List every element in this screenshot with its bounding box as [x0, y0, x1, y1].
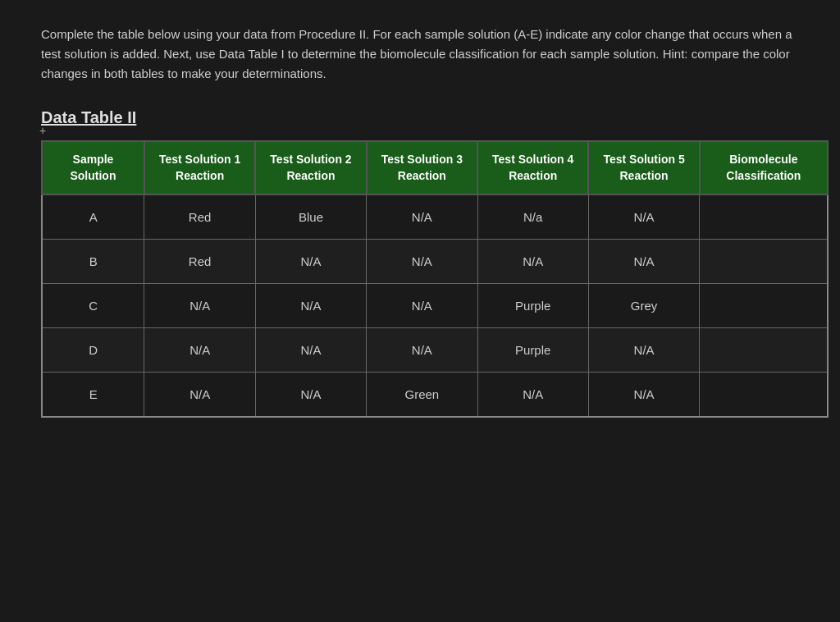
cell-sample: A — [42, 194, 144, 240]
data-table: Sample Solution Test Solution 1 Reaction… — [41, 140, 829, 418]
cell-test2: N/A — [255, 373, 366, 418]
header-test2: Test Solution 2 Reaction — [255, 141, 366, 194]
cell-test5: N/A — [588, 328, 699, 373]
cell-biomolecule — [700, 328, 828, 373]
cell-sample: D — [42, 328, 144, 373]
cell-test5: N/A — [588, 194, 699, 240]
table-row: ARedBlueN/AN/aN/A — [42, 194, 828, 240]
cell-test5: N/A — [588, 373, 699, 418]
cell-test4: Purple — [477, 284, 588, 328]
header-biomolecule: Biomolecule Classification — [700, 141, 828, 194]
header-test1: Test Solution 1 Reaction — [144, 141, 255, 194]
cell-sample: E — [42, 373, 144, 418]
table-row: CN/AN/AN/APurpleGrey — [42, 284, 828, 328]
cell-biomolecule — [700, 240, 828, 284]
cell-test5: Grey — [588, 284, 699, 328]
table-header-row: Sample Solution Test Solution 1 Reaction… — [42, 141, 828, 194]
header-test4: Test Solution 4 Reaction — [477, 141, 588, 194]
cell-biomolecule — [700, 194, 828, 240]
table-row: DN/AN/AN/APurpleN/A — [42, 328, 828, 373]
header-sample-solution: Sample Solution — [42, 141, 144, 194]
instructions-text: Complete the table below using your data… — [41, 25, 799, 84]
cell-test1: N/A — [144, 373, 255, 418]
cell-test1: N/A — [144, 328, 255, 373]
cell-sample: C — [42, 284, 144, 328]
cell-test2: N/A — [255, 240, 366, 284]
table-row: BRedN/AN/AN/AN/A — [42, 240, 828, 284]
cell-test1: Red — [144, 194, 255, 240]
cell-test1: N/A — [144, 284, 255, 328]
header-test5: Test Solution 5 Reaction — [588, 141, 699, 194]
cell-test3: N/A — [367, 328, 477, 373]
cell-test2: N/A — [255, 284, 366, 328]
cell-biomolecule — [700, 284, 828, 328]
cell-test4: N/A — [477, 373, 588, 418]
cell-test4: N/A — [477, 240, 588, 284]
cell-test2: Blue — [255, 194, 366, 240]
cell-test3: N/A — [367, 284, 477, 328]
cell-test3: N/A — [367, 194, 477, 240]
cell-biomolecule — [700, 373, 828, 418]
table-container: + Sample Solution Test Solution 1 Reacti… — [41, 140, 829, 418]
cell-test2: N/A — [255, 328, 366, 373]
plus-icon: + — [39, 124, 46, 137]
header-test3: Test Solution 3 Reaction — [367, 141, 477, 194]
cell-test1: Red — [144, 240, 255, 284]
table-title: Data Table II — [41, 108, 799, 127]
cell-test3: N/A — [367, 240, 477, 284]
cell-test5: N/A — [588, 240, 699, 284]
table-row: EN/AN/AGreenN/AN/A — [42, 373, 828, 418]
cell-test4: Purple — [477, 328, 588, 373]
cell-sample: B — [42, 240, 144, 284]
cell-test4: N/a — [477, 194, 588, 240]
cell-test3: Green — [367, 373, 477, 418]
